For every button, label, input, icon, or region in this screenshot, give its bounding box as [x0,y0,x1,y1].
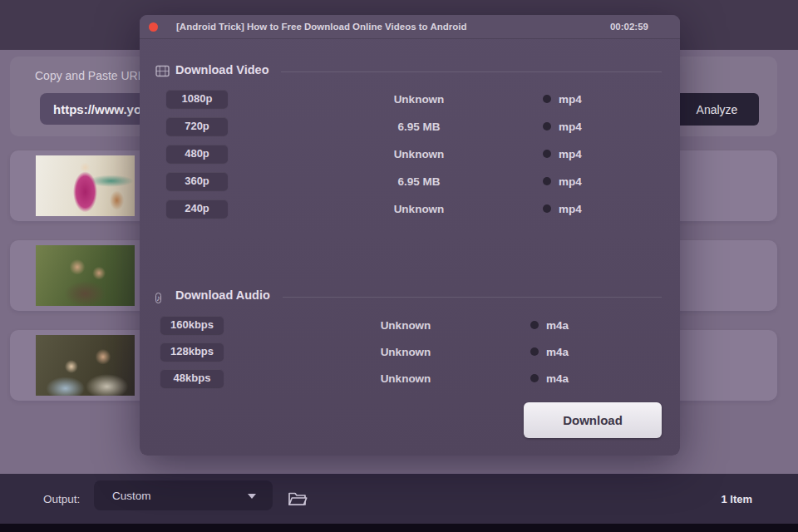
video-format-row: 360p 6.95 MB mp4 [140,167,680,195]
output-label: Output: [43,493,80,505]
file-size: 6.95 MB [397,120,440,132]
quality-badge[interactable]: 480p [166,145,228,163]
download-modal: [Android Trick] How to Free Download Onl… [140,15,680,456]
file-size: Unknown [381,346,431,358]
video-thumbnail [36,245,135,306]
bullet-icon [543,204,551,213]
items-count: 1 Item [721,493,752,505]
footer-bar: Output: Custom 1 Item [0,474,798,524]
close-button[interactable] [149,22,158,32]
file-size: Unknown [394,202,445,214]
file-size: Unknown [394,92,445,105]
quality-badge[interactable]: 720p [166,117,228,135]
file-size: Unknown [381,372,431,385]
bullet-icon [530,347,539,356]
chevron-down-icon [248,494,256,499]
section-title-audio: Download Audio [175,288,270,302]
section-title-video: Download Video [175,63,269,76]
quality-badge[interactable]: 1080p [166,90,228,108]
format-label: mp4 [559,120,582,132]
url-instruction-label: Copy and Paste URL [35,69,145,82]
bitrate-badge[interactable]: 128kbps [160,342,224,361]
audio-format-list: 160kbps Unknown m4a 128kbps Unknown m4a … [140,312,680,392]
file-size: Unknown [394,147,445,160]
audio-format-row: 128kbps Unknown m4a [140,338,680,365]
video-duration: 00:02:59 [610,15,648,39]
bottom-edge [0,524,798,532]
format-label: m4a [546,346,569,358]
quality-badge[interactable]: 360p [166,172,228,190]
video-thumbnail [36,155,135,216]
download-button[interactable]: Download [524,402,662,438]
format-label: mp4 [559,202,582,214]
audio-format-row: 160kbps Unknown m4a [140,312,680,338]
section-divider [283,297,662,298]
video-format-row: 1080p Unknown mp4 [140,85,680,112]
format-label: m4a [546,319,569,332]
format-label: m4a [546,372,569,385]
quality-badge[interactable]: 240p [166,200,228,218]
app-window: Copy and Paste URL Analyze Output: Custo… [0,0,798,532]
format-label: mp4 [559,175,582,187]
folder-icon [287,498,308,510]
music-note-icon: ♪ [155,289,170,303]
bitrate-badge[interactable]: 48kbps [160,369,224,387]
video-format-row: 720p 6.95 MB mp4 [140,112,680,140]
video-format-row: 480p Unknown mp4 [140,140,680,167]
modal-titlebar[interactable]: [Android Trick] How to Free Download Onl… [140,15,680,39]
film-icon [155,64,170,78]
format-label: mp4 [559,147,582,160]
modal-title: [Android Trick] How to Free Download Onl… [176,15,466,39]
bullet-icon [543,122,551,131]
video-format-row: 240p Unknown mp4 [140,195,680,222]
output-format-select[interactable]: Custom [94,480,273,510]
section-divider [281,71,662,72]
format-label: mp4 [559,92,582,105]
file-size: 6.95 MB [397,175,440,187]
audio-format-row: 48kbps Unknown m4a [140,365,680,392]
output-selected-value: Custom [112,490,151,502]
bitrate-badge[interactable]: 160kbps [160,316,224,334]
bullet-icon [543,95,551,103]
video-thumbnail [36,335,135,396]
bullet-icon [543,150,551,158]
bullet-icon [530,374,539,382]
file-size: Unknown [381,319,431,332]
analyze-button[interactable]: Analyze [675,93,759,126]
video-format-list: 1080p Unknown mp4 720p 6.95 MB mp4 480p … [140,85,680,222]
bullet-icon [543,177,551,185]
open-folder-button[interactable] [286,488,309,510]
bullet-icon [530,321,539,329]
